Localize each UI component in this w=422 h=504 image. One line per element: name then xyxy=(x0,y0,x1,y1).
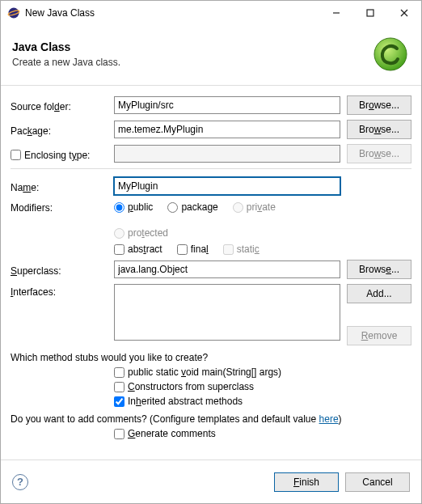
static-checkbox xyxy=(223,244,234,255)
inherited-checkbox[interactable] xyxy=(114,396,124,407)
stubs-options: public static void main(String[] args) C… xyxy=(114,366,411,407)
header-description: Create a new Java class. xyxy=(12,57,368,68)
public-radio[interactable] xyxy=(114,202,124,213)
name-label: Name: xyxy=(11,180,114,193)
modifiers-label: Modifiers: xyxy=(11,200,114,214)
minimize-button[interactable] xyxy=(319,2,353,24)
eclipse-icon xyxy=(7,6,20,19)
dialog-window: New Java Class Java Class Create a new J… xyxy=(0,0,422,504)
superclass-browse-button[interactable]: Browse... xyxy=(347,260,411,279)
package-radio[interactable] xyxy=(167,202,178,213)
private-label: private xyxy=(247,201,276,213)
titlebar-title: New Java Class xyxy=(25,7,319,19)
protected-radio xyxy=(114,228,124,239)
inherited-label: Inherited abstract methods xyxy=(128,396,243,407)
cancel-button[interactable]: Cancel xyxy=(345,472,410,492)
dialog-footer: ? Finish Cancel xyxy=(1,460,421,503)
private-radio xyxy=(233,202,243,213)
main-method-label: public static void main(String[] args) xyxy=(128,366,281,378)
enclosing-type-check-wrapper: Enclosing type: xyxy=(11,147,114,161)
generate-comments-checkbox[interactable] xyxy=(114,429,124,439)
enclosing-type-browse-button: Browse... xyxy=(347,144,411,163)
source-folder-label: Source folder: xyxy=(11,99,114,112)
dialog-header: Java Class Create a new Java class. xyxy=(1,25,421,86)
close-button[interactable] xyxy=(387,2,421,24)
package-input[interactable] xyxy=(114,121,340,138)
abstract-checkbox[interactable] xyxy=(114,244,124,255)
protected-label: protected xyxy=(128,227,168,239)
modifier-checks: abstract final static xyxy=(114,242,340,255)
enclosing-type-input xyxy=(114,145,340,163)
class-icon xyxy=(368,33,410,75)
separator xyxy=(11,168,411,169)
package-label: Package: xyxy=(11,123,114,137)
name-input[interactable] xyxy=(114,177,340,195)
dialog-content: Source folder: Browse... Package: Browse… xyxy=(1,86,421,460)
titlebar: New Java Class xyxy=(1,1,421,25)
constructors-checkbox[interactable] xyxy=(114,382,124,392)
superclass-label: Superclass: xyxy=(11,263,114,277)
stubs-question: Which method stubs would you like to cre… xyxy=(11,352,411,363)
visibility-group: public package private protected xyxy=(114,200,340,239)
constructors-label: Constructors from superclass xyxy=(128,381,254,392)
comments-question-prefix: Do you want to add comments? (Configure … xyxy=(11,413,319,425)
abstract-label: abstract xyxy=(128,244,162,255)
svg-point-6 xyxy=(374,38,407,70)
maximize-button[interactable] xyxy=(353,2,387,24)
remove-interface-button: Remove xyxy=(347,326,411,345)
finish-button[interactable]: Finish xyxy=(274,472,339,492)
source-folder-input[interactable] xyxy=(114,96,340,114)
final-checkbox[interactable] xyxy=(177,244,188,255)
enclosing-type-label: Enclosing type: xyxy=(24,150,90,161)
header-title: Java Class xyxy=(12,40,368,53)
generate-comments-label: Generate comments xyxy=(128,428,216,439)
configure-here-link[interactable]: here xyxy=(319,413,339,425)
superclass-input[interactable] xyxy=(114,260,340,278)
source-folder-browse-button[interactable]: Browse... xyxy=(347,95,411,115)
comments-question-suffix: ) xyxy=(339,413,342,425)
package-browse-button[interactable]: Browse... xyxy=(347,120,411,139)
comments-question: Do you want to add comments? (Configure … xyxy=(11,413,411,425)
final-label: final xyxy=(191,244,209,255)
package-vis-label: package xyxy=(181,201,217,213)
public-label: public xyxy=(128,201,153,213)
interfaces-list[interactable] xyxy=(114,284,340,341)
help-icon[interactable]: ? xyxy=(12,474,28,490)
main-method-checkbox[interactable] xyxy=(114,367,124,378)
enclosing-type-checkbox[interactable] xyxy=(11,150,21,160)
add-interface-button[interactable]: Add... xyxy=(347,284,411,303)
svg-rect-3 xyxy=(367,10,373,16)
static-label: static xyxy=(237,244,260,255)
interfaces-label: Interfaces: xyxy=(11,284,114,298)
